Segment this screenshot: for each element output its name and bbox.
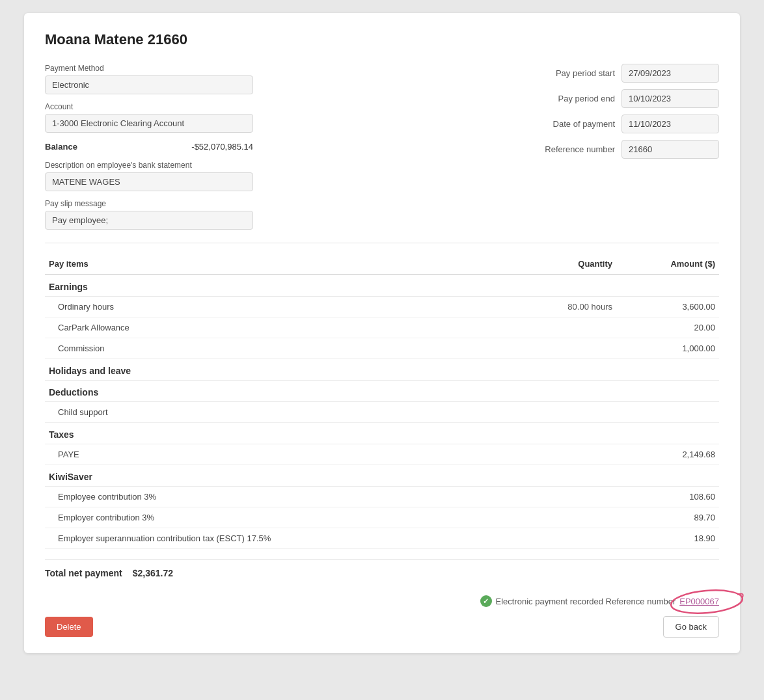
table-row: PAYE2,149.68 <box>45 444 719 465</box>
payment-link-wrapper: EP000067 <box>679 596 719 606</box>
item-amount: 1,000.00 <box>616 338 719 359</box>
item-label: Commission <box>45 338 495 359</box>
section-row: Earnings <box>45 275 719 297</box>
date-of-payment-row: Date of payment 11/10/2023 <box>530 114 719 133</box>
total-row: Total net payment $2,361.72 <box>45 559 719 586</box>
section-divider-top <box>45 243 719 243</box>
section-name: KiwiSaver <box>45 465 719 487</box>
section-name: Holidays and leave <box>45 359 719 381</box>
left-fields: Payment Method Electronic Account 1-3000… <box>45 64 253 230</box>
date-of-payment-input: 11/10/2023 <box>621 114 719 133</box>
table-row: Employee contribution 3%108.60 <box>45 487 719 507</box>
payment-recorded: ✓ Electronic payment recorded Reference … <box>45 595 719 607</box>
item-quantity <box>495 487 616 507</box>
payslip-input: Pay employee; <box>45 211 253 230</box>
footer-section: ✓ Electronic payment recorded Reference … <box>45 595 719 638</box>
item-label: Ordinary hours <box>45 297 495 317</box>
payment-method-input: Electronic <box>45 75 253 94</box>
item-quantity <box>495 317 616 338</box>
delete-button[interactable]: Delete <box>45 617 93 637</box>
item-quantity <box>495 507 616 528</box>
balance-label: Balance <box>45 142 77 152</box>
payment-recorded-wrapper: ✓ Electronic payment recorded Reference … <box>480 595 720 607</box>
go-back-button[interactable]: Go back <box>663 616 719 638</box>
item-quantity: 80.00 hours <box>495 297 616 317</box>
button-row: Delete Go back <box>45 616 719 638</box>
section-row: Taxes <box>45 423 719 444</box>
item-amount: 108.60 <box>616 487 719 507</box>
payment-reference-link[interactable]: EP000067 <box>679 597 719 606</box>
description-label: Description on employee's bank statement <box>45 161 253 170</box>
pay-period-start-row: Pay period start 27/09/2023 <box>530 64 719 83</box>
col-pay-items: Pay items <box>45 254 495 275</box>
item-quantity <box>495 444 616 465</box>
pay-items-table: Pay items Quantity Amount ($) EarningsOr… <box>45 254 719 549</box>
page-title: Moana Matene 21660 <box>45 31 719 48</box>
payment-method-field: Payment Method Electronic <box>45 64 253 94</box>
item-label: Employer superannuation contribution tax… <box>45 528 495 549</box>
account-input: 1-3000 Electronic Clearing Account <box>45 114 253 133</box>
total-value: $2,361.72 <box>133 568 173 578</box>
pay-period-start-input: 27/09/2023 <box>621 64 719 83</box>
item-amount: 3,600.00 <box>616 297 719 317</box>
pay-period-end-input: 10/10/2023 <box>621 89 719 108</box>
payment-method-label: Payment Method <box>45 64 253 73</box>
section-name: Deductions <box>45 381 719 402</box>
item-amount <box>616 402 719 423</box>
col-quantity: Quantity <box>495 254 616 275</box>
balance-row: Balance -$52,070,985.14 <box>45 141 253 153</box>
section-row: KiwiSaver <box>45 465 719 487</box>
description-input: MATENE WAGES <box>45 172 253 191</box>
pay-period-end-label: Pay period end <box>530 94 615 103</box>
check-icon: ✓ <box>480 595 492 607</box>
section-row: Deductions <box>45 381 719 402</box>
pay-period-start-label: Pay period start <box>530 68 615 78</box>
top-section: Payment Method Electronic Account 1-3000… <box>45 64 719 230</box>
payslip-label: Pay slip message <box>45 199 253 208</box>
main-card: Moana Matene 21660 Payment Method Electr… <box>24 13 740 653</box>
description-field: Description on employee's bank statement… <box>45 161 253 191</box>
date-of-payment-label: Date of payment <box>530 119 615 129</box>
reference-number-row: Reference number 21660 <box>530 140 719 159</box>
section-row: Holidays and leave <box>45 359 719 381</box>
table-row: Employer superannuation contribution tax… <box>45 528 719 549</box>
item-label: PAYE <box>45 444 495 465</box>
item-amount: 18.90 <box>616 528 719 549</box>
pay-period-end-row: Pay period end 10/10/2023 <box>530 89 719 108</box>
reference-number-input: 21660 <box>621 140 719 159</box>
item-quantity <box>495 528 616 549</box>
account-field: Account 1-3000 Electronic Clearing Accou… <box>45 102 253 133</box>
item-quantity <box>495 402 616 423</box>
table-row: Commission1,000.00 <box>45 338 719 359</box>
total-label: Total net payment <box>45 568 122 578</box>
item-amount: 20.00 <box>616 317 719 338</box>
balance-value: -$52,070,985.14 <box>191 142 253 152</box>
payment-recorded-text: Electronic payment recorded Reference nu… <box>496 597 676 606</box>
item-amount: 2,149.68 <box>616 444 719 465</box>
col-amount: Amount ($) <box>616 254 719 275</box>
payslip-field: Pay slip message Pay employee; <box>45 199 253 230</box>
account-label: Account <box>45 102 253 111</box>
table-row: Ordinary hours80.00 hours3,600.00 <box>45 297 719 317</box>
right-fields: Pay period start 27/09/2023 Pay period e… <box>530 64 719 230</box>
section-name: Earnings <box>45 275 719 297</box>
item-label: Child support <box>45 402 495 423</box>
item-quantity <box>495 338 616 359</box>
table-row: Employer contribution 3%89.70 <box>45 507 719 528</box>
reference-number-label: Reference number <box>530 144 615 154</box>
item-label: Employer contribution 3% <box>45 507 495 528</box>
section-name: Taxes <box>45 423 719 444</box>
table-row: Child support <box>45 402 719 423</box>
item-label: Employee contribution 3% <box>45 487 495 507</box>
item-amount: 89.70 <box>616 507 719 528</box>
item-label: CarPark Allowance <box>45 317 495 338</box>
table-row: CarPark Allowance20.00 <box>45 317 719 338</box>
